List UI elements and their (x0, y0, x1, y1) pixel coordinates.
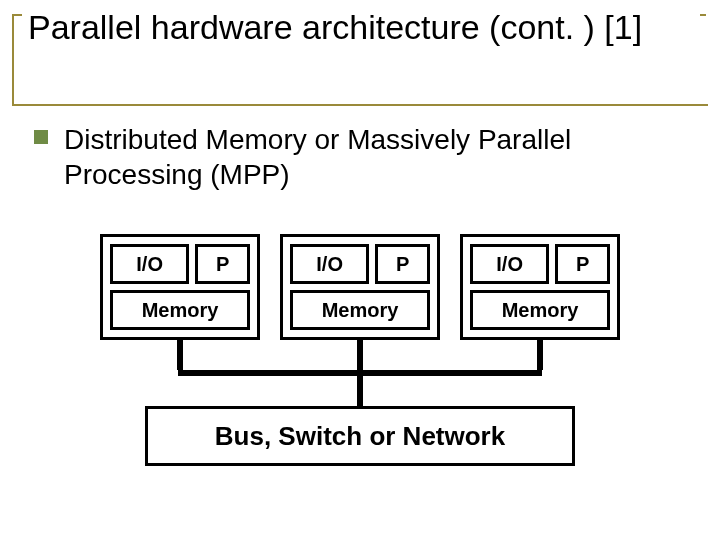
compute-node-2: I/O P Memory (280, 234, 440, 340)
bullet-item: Distributed Memory or Massively Parallel… (34, 122, 680, 192)
mpp-diagram: I/O P Memory I/O P Memory I/O P Memory B… (100, 234, 620, 466)
memory-box: Memory (470, 290, 610, 330)
bus-switch-network-box: Bus, Switch or Network (145, 406, 575, 466)
node-connectors (100, 340, 620, 370)
io-box: I/O (290, 244, 369, 284)
connector-line-icon (100, 340, 260, 370)
connector-line-icon (460, 340, 620, 370)
connector-line-icon (280, 340, 440, 370)
processor-box: P (555, 244, 610, 284)
slide-title: Parallel hardware architecture (cont. ) … (22, 4, 700, 49)
processor-box: P (195, 244, 250, 284)
slide-body: Distributed Memory or Massively Parallel… (34, 122, 680, 192)
drop-connector-icon (357, 376, 363, 406)
bullet-text: Distributed Memory or Massively Parallel… (64, 122, 680, 192)
memory-box: Memory (290, 290, 430, 330)
bullet-square-icon (34, 130, 48, 144)
compute-node-1: I/O P Memory (100, 234, 260, 340)
io-box: I/O (470, 244, 549, 284)
memory-box: Memory (110, 290, 250, 330)
compute-node-3: I/O P Memory (460, 234, 620, 340)
node-row: I/O P Memory I/O P Memory I/O P Memory (100, 234, 620, 340)
io-box: I/O (110, 244, 189, 284)
processor-box: P (375, 244, 430, 284)
